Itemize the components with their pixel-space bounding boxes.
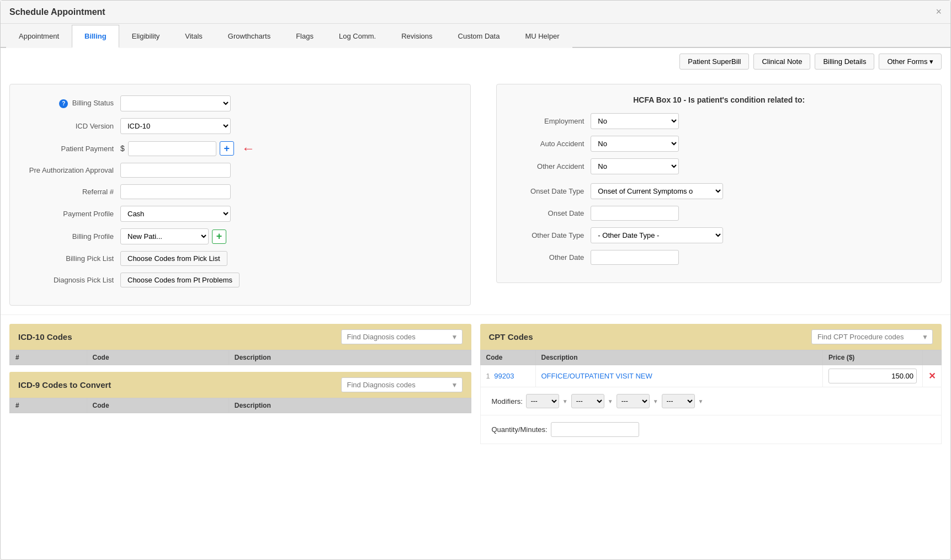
- modifier-select-1[interactable]: ---2526: [526, 394, 559, 408]
- tab-billing[interactable]: Billing: [72, 25, 119, 48]
- cpt-price-input[interactable]: [828, 369, 917, 383]
- tab-logcomm[interactable]: Log Comm.: [326, 25, 389, 48]
- tab-flags[interactable]: Flags: [283, 25, 326, 48]
- add-billing-profile-button[interactable]: +: [212, 230, 226, 244]
- cpt-row-description: OFFICE/OUTPATIENT VISIT NEW: [535, 365, 823, 387]
- cpt-row: 1 99203 OFFICE/OUTPATIENT VISIT NEW ✕: [480, 365, 942, 387]
- payment-profile-select[interactable]: Cash: [120, 206, 231, 222]
- other-date-label: Other Date: [508, 253, 591, 262]
- cpt-delete-button[interactable]: ✕: [928, 371, 936, 381]
- billing-profile-select[interactable]: New Pati...: [120, 228, 209, 244]
- billing-details-button[interactable]: Billing Details: [815, 54, 874, 70]
- billing-status-row: ? Billing Status: [21, 95, 459, 111]
- pre-auth-input[interactable]: FAC001: [120, 163, 231, 178]
- icd9-col-code: Code: [87, 398, 229, 413]
- add-payment-button[interactable]: +: [220, 141, 234, 156]
- tab-customdata[interactable]: Custom Data: [445, 25, 513, 48]
- auto-accident-select[interactable]: No: [591, 136, 679, 152]
- other-forms-button[interactable]: Other Forms ▾: [879, 54, 942, 70]
- cpt-row-delete: ✕: [923, 365, 942, 387]
- cpt-col-code: Code: [480, 350, 535, 365]
- onset-date-type-select[interactable]: Onset of Current Symptoms o: [591, 183, 723, 199]
- icd10-title: ICD-10 Codes: [18, 332, 72, 342]
- modifier-select-2[interactable]: ---2526: [571, 394, 604, 408]
- cpt-modifiers-cell: Modifiers: ---2526 ▼ ---2526 ▼: [480, 387, 942, 415]
- billing-status-select[interactable]: [120, 95, 231, 111]
- icd-version-select[interactable]: ICD-10: [120, 118, 231, 134]
- icd10-header: ICD-10 Codes ▼: [9, 324, 471, 350]
- pre-auth-label: Pre Authorization Approval: [21, 166, 120, 174]
- diagnosis-pick-list-button[interactable]: Choose Codes from Pt Problems: [120, 273, 240, 287]
- billing-profile-group: New Pati... +: [120, 228, 226, 244]
- modifiers-label: Modifiers:: [492, 397, 523, 406]
- onset-date-row: Onset Date: [508, 206, 930, 221]
- cpt-col-action: [923, 350, 942, 365]
- cpt-qty-cell: Quantity/Minutes: 1.00: [480, 415, 942, 444]
- patient-payment-group: $ 0 + ←: [120, 141, 255, 156]
- modifier-arrow-2: ▼: [608, 398, 613, 404]
- modifier-arrow-4: ▼: [698, 398, 704, 404]
- icd9-col-desc: Description: [229, 398, 471, 413]
- icd10-col-number: #: [10, 350, 87, 365]
- onset-date-label: Onset Date: [508, 209, 591, 217]
- help-icon[interactable]: ?: [59, 99, 68, 108]
- onset-date-type-row: Onset Date Type Onset of Current Symptom…: [508, 183, 930, 199]
- cpt-description-link[interactable]: OFFICE/OUTPATIENT VISIT NEW: [541, 372, 652, 380]
- cpt-row-code: 1 99203: [480, 365, 535, 387]
- auto-accident-label: Auto Accident: [508, 140, 591, 148]
- billing-profile-label: Billing Profile: [21, 232, 120, 241]
- modifier-select-4[interactable]: ---2526: [662, 394, 695, 408]
- hcfa-title: HCFA Box 10 - Is patient's condition rel…: [508, 95, 930, 104]
- referral-label: Referral #: [21, 188, 120, 196]
- cpt-title: CPT Codes: [489, 332, 533, 342]
- billing-pick-list-label: Billing Pick List: [21, 254, 120, 263]
- qty-group: Quantity/Minutes: 1.00: [486, 419, 936, 440]
- other-accident-row: Other Accident No: [508, 158, 930, 174]
- billing-form-container: ? Billing Status ICD Version ICD-10: [1, 75, 950, 314]
- cpt-find-input[interactable]: [811, 329, 933, 344]
- patient-payment-row: Patient Payment $ 0 + ←: [21, 141, 459, 156]
- modal-header: Schedule Appointment ×: [1, 1, 950, 24]
- tab-appointment[interactable]: Appointment: [6, 25, 72, 48]
- tabs-bar: Appointment Billing Eligibility Vitals G…: [1, 24, 950, 48]
- referral-row: Referral #: [21, 184, 459, 199]
- close-button[interactable]: ×: [936, 6, 942, 18]
- cpt-find-wrap: ▼: [811, 329, 933, 344]
- cpt-row-number: 1: [486, 372, 490, 380]
- tab-eligibility[interactable]: Eligibility: [119, 25, 173, 48]
- billing-pick-list-button[interactable]: Choose Codes from Pick List: [120, 251, 227, 266]
- payment-profile-row: Payment Profile Cash: [21, 206, 459, 222]
- icd9-header: ICD-9 Codes to Convert ▼: [9, 372, 471, 398]
- other-date-type-select[interactable]: - Other Date Type -: [591, 227, 723, 243]
- clinical-note-button[interactable]: Clinical Note: [753, 54, 810, 70]
- modifier-arrow-1: ▼: [562, 398, 568, 404]
- cpt-col-price: Price ($): [823, 350, 923, 365]
- icd10-table: # Code Description: [9, 350, 471, 365]
- qty-input[interactable]: 1.00: [551, 422, 639, 437]
- other-date-input[interactable]: [591, 250, 679, 265]
- patient-superbill-button[interactable]: Patient SuperBill: [679, 54, 749, 70]
- tab-growthcharts[interactable]: Growthcharts: [215, 25, 283, 48]
- cpt-panel: CPT Codes ▼ Code Description Price ($): [480, 324, 942, 444]
- patient-payment-input[interactable]: 0: [128, 141, 216, 156]
- hcfa-box: HCFA Box 10 - Is patient's condition rel…: [496, 84, 942, 283]
- other-accident-label: Other Accident: [508, 162, 591, 170]
- diagnosis-pick-list-row: Diagnosis Pick List Choose Codes from Pt…: [21, 273, 459, 287]
- icd10-find-input[interactable]: [341, 329, 463, 344]
- tab-muhelper[interactable]: MU Helper: [512, 25, 572, 48]
- icd9-find-input[interactable]: [341, 377, 463, 392]
- employment-select[interactable]: No: [591, 113, 679, 129]
- onset-date-input[interactable]: [591, 206, 679, 221]
- cpt-code-link[interactable]: 99203: [494, 372, 514, 380]
- tab-revisions[interactable]: Revisions: [389, 25, 445, 48]
- tab-vitals[interactable]: Vitals: [172, 25, 215, 48]
- referral-input[interactable]: [120, 184, 231, 199]
- icd-panel: ICD-10 Codes ▼ # Code Description: [9, 324, 471, 444]
- icd10-find-wrap: ▼: [341, 329, 463, 344]
- codes-section: ICD-10 Codes ▼ # Code Description: [1, 314, 950, 453]
- other-accident-select[interactable]: No: [591, 158, 679, 174]
- modifier-select-3[interactable]: ---2526: [617, 394, 650, 408]
- other-date-row: Other Date: [508, 250, 930, 265]
- cpt-col-desc: Description: [535, 350, 823, 365]
- modal-title: Schedule Appointment: [9, 7, 105, 17]
